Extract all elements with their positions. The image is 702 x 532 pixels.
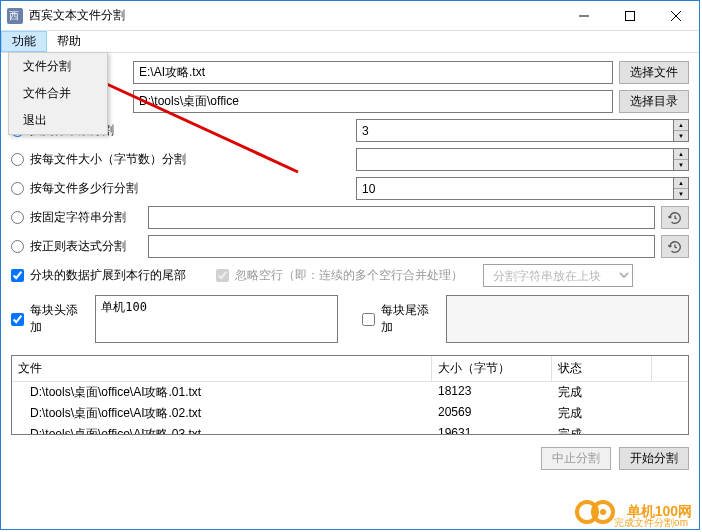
check-tail-add[interactable] — [362, 313, 375, 326]
split-position-select: 分割字符串放在上块 — [483, 264, 633, 287]
label-head-add: 每块头添加 — [30, 302, 89, 336]
menu-dropdown: 文件分割 文件合并 退出 — [8, 52, 108, 135]
list-header: 文件 大小（字节） 状态 — [12, 356, 688, 382]
label-by-regex: 按正则表达式分割 — [30, 238, 142, 255]
select-dir-button[interactable]: 选择目录 — [619, 90, 689, 113]
list-item[interactable]: D:\tools\桌面\office\AI攻略.02.txt 20569 完成 — [12, 403, 688, 424]
check-ignore-blank — [216, 269, 229, 282]
menu-help[interactable]: 帮助 — [47, 31, 91, 52]
count-spinner[interactable]: ▲▼ — [356, 119, 689, 142]
close-button[interactable] — [653, 1, 699, 31]
head-text-input[interactable] — [95, 295, 338, 343]
count-input[interactable] — [356, 119, 673, 142]
label-by-fixed: 按固定字符串分割 — [30, 209, 142, 226]
start-split-button[interactable]: 开始分割 — [619, 447, 689, 470]
size-input[interactable] — [356, 148, 673, 171]
label-by-size: 按每文件大小（字节数）分割 — [30, 151, 350, 168]
history-fixed-button[interactable] — [661, 206, 689, 229]
window-title: 西宾文本文件分割 — [29, 7, 561, 24]
watermark-sub: 完成文件分割om — [614, 516, 688, 530]
list-item[interactable]: D:\tools\桌面\office\AI攻略.03.txt 19631 完成 — [12, 424, 688, 435]
label-by-lines: 按每文件多少行分割 — [30, 180, 350, 197]
header-file[interactable]: 文件 — [12, 356, 432, 381]
menu-function[interactable]: 功能 — [1, 31, 47, 52]
stop-split-button: 中止分割 — [541, 447, 611, 470]
menu-file-split[interactable]: 文件分割 — [9, 53, 107, 80]
menubar: 功能 帮助 — [1, 31, 699, 53]
list-item[interactable]: D:\tools\桌面\office\AI攻略.01.txt 18123 完成 — [12, 382, 688, 403]
select-file-button[interactable]: 选择文件 — [619, 61, 689, 84]
minimize-button[interactable] — [561, 1, 607, 31]
svg-rect-1 — [626, 12, 635, 21]
menu-exit[interactable]: 退出 — [9, 107, 107, 134]
fixed-string-input[interactable] — [148, 206, 655, 229]
watermark: 单机100网 完成文件分割om — [575, 498, 692, 526]
regex-input[interactable] — [148, 235, 655, 258]
header-size[interactable]: 大小（字节） — [432, 356, 552, 381]
radio-by-lines[interactable] — [11, 182, 24, 195]
spinner-up-icon[interactable]: ▲ — [674, 120, 688, 131]
lines-input[interactable] — [356, 177, 673, 200]
titlebar: 西宾文本文件分割 — [1, 1, 699, 31]
history-regex-button[interactable] — [661, 235, 689, 258]
tail-text-input — [446, 295, 689, 343]
label-tail-add: 每块尾添加 — [381, 302, 440, 336]
dir-path-input[interactable] — [133, 90, 613, 113]
label-ignore-blank: 忽略空行（即：连续的多个空行合并处理） — [235, 267, 463, 284]
spinner-up-icon[interactable]: ▲ — [674, 149, 688, 160]
radio-by-fixed[interactable] — [11, 211, 24, 224]
check-head-add[interactable] — [11, 313, 24, 326]
spinner-down-icon[interactable]: ▼ — [674, 131, 688, 141]
check-expand-tail[interactable] — [11, 269, 24, 282]
spinner-down-icon[interactable]: ▼ — [674, 189, 688, 199]
maximize-button[interactable] — [607, 1, 653, 31]
lines-spinner[interactable]: ▲▼ — [356, 177, 689, 200]
result-list[interactable]: 文件 大小（字节） 状态 D:\tools\桌面\office\AI攻略.01.… — [11, 355, 689, 435]
file-path-input[interactable] — [133, 61, 613, 84]
header-status[interactable]: 状态 — [552, 356, 652, 381]
radio-by-regex[interactable] — [11, 240, 24, 253]
label-expand-tail: 分块的数据扩展到本行的尾部 — [30, 267, 186, 284]
app-icon — [7, 8, 23, 24]
spinner-up-icon[interactable]: ▲ — [674, 178, 688, 189]
spinner-down-icon[interactable]: ▼ — [674, 160, 688, 170]
radio-by-size[interactable] — [11, 153, 24, 166]
size-spinner[interactable]: ▲▼ — [356, 148, 689, 171]
menu-file-merge[interactable]: 文件合并 — [9, 80, 107, 107]
